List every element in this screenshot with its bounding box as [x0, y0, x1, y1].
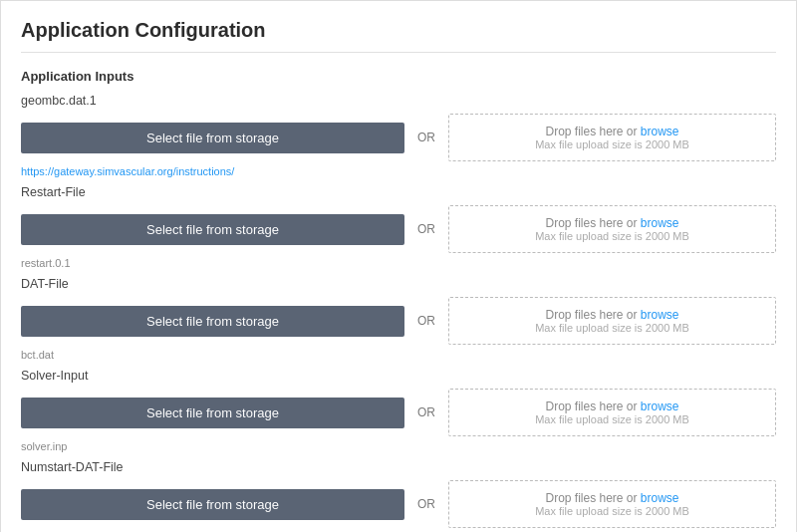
drop-zone-subtext-solver: Max file upload size is 2000 MB	[535, 413, 689, 425]
hint-link-geombc[interactable]: https://gateway.simvascular.org/instruct…	[21, 165, 776, 177]
select-storage-button-dat[interactable]: Select file from storage	[21, 306, 404, 337]
field-section-restart: Restart-FileSelect file from storageORDr…	[21, 185, 776, 269]
drop-zone-subtext-geombc: Max file upload size is 2000 MB	[535, 138, 689, 150]
or-label-numstart: OR	[414, 497, 438, 511]
input-row-restart: Select file from storageORDrop files her…	[21, 205, 776, 253]
input-row-numstart: Select file from storageORDrop files her…	[21, 480, 776, 528]
drop-zone-dat[interactable]: Drop files here or browseMax file upload…	[448, 297, 776, 345]
input-row-geombc: Select file from storageORDrop files her…	[21, 114, 776, 161]
filename-hint-restart: restart.0.1	[21, 257, 776, 269]
filename-hint-dat: bct.dat	[21, 349, 776, 361]
select-storage-button-solver[interactable]: Select file from storage	[21, 398, 404, 428]
drop-zone-subtext-dat: Max file upload size is 2000 MB	[535, 322, 689, 334]
drop-zone-restart[interactable]: Drop files here or browseMax file upload…	[448, 205, 776, 253]
field-section-solver: Solver-InputSelect file from storageORDr…	[21, 369, 776, 452]
field-section-dat: DAT-FileSelect file from storageORDrop f…	[21, 277, 776, 361]
field-name-dat: DAT-File	[21, 277, 776, 291]
browse-link-geombc[interactable]: browse	[641, 125, 679, 138]
browse-link-restart[interactable]: browse	[641, 216, 679, 230]
filename-hint-solver: solver.inp	[21, 440, 776, 452]
fields-container: geombc.dat.1Select file from storageORDr…	[21, 94, 776, 532]
browse-link-solver[interactable]: browse	[641, 399, 679, 413]
hint-anchor-geombc[interactable]: https://gateway.simvascular.org/instruct…	[21, 165, 776, 177]
drop-zone-subtext-restart: Max file upload size is 2000 MB	[535, 230, 689, 242]
drop-zone-geombc[interactable]: Drop files here or browseMax file upload…	[448, 114, 776, 161]
section-title: Application Inputs	[21, 69, 776, 84]
field-section-numstart: Numstart-DAT-FileSelect file from storag…	[21, 460, 776, 532]
page-container: Application Configuration Application In…	[0, 0, 797, 532]
page-title: Application Configuration	[21, 19, 776, 53]
drop-zone-text-dat: Drop files here or browse	[545, 308, 678, 322]
select-storage-button-numstart[interactable]: Select file from storage	[21, 489, 404, 520]
drop-zone-subtext-numstart: Max file upload size is 2000 MB	[535, 505, 689, 517]
drop-zone-numstart[interactable]: Drop files here or browseMax file upload…	[448, 480, 776, 528]
browse-link-dat[interactable]: browse	[641, 308, 679, 322]
drop-zone-text-solver: Drop files here or browse	[545, 399, 678, 413]
or-label-dat: OR	[414, 314, 438, 328]
input-row-solver: Select file from storageORDrop files her…	[21, 389, 776, 436]
select-storage-button-geombc[interactable]: Select file from storage	[21, 123, 404, 153]
field-name-solver: Solver-Input	[21, 369, 776, 383]
or-label-solver: OR	[414, 405, 438, 419]
drop-zone-text-restart: Drop files here or browse	[545, 216, 678, 230]
drop-zone-text-numstart: Drop files here or browse	[545, 491, 678, 505]
or-label-geombc: OR	[414, 131, 438, 144]
input-row-dat: Select file from storageORDrop files her…	[21, 297, 776, 345]
field-section-geombc: geombc.dat.1Select file from storageORDr…	[21, 94, 776, 177]
browse-link-numstart[interactable]: browse	[641, 491, 679, 505]
field-name-numstart: Numstart-DAT-File	[21, 460, 776, 474]
drop-zone-text-geombc: Drop files here or browse	[545, 125, 678, 138]
drop-zone-solver[interactable]: Drop files here or browseMax file upload…	[448, 389, 776, 436]
or-label-restart: OR	[414, 222, 438, 236]
field-name-geombc: geombc.dat.1	[21, 94, 776, 108]
select-storage-button-restart[interactable]: Select file from storage	[21, 214, 404, 245]
field-name-restart: Restart-File	[21, 185, 776, 199]
